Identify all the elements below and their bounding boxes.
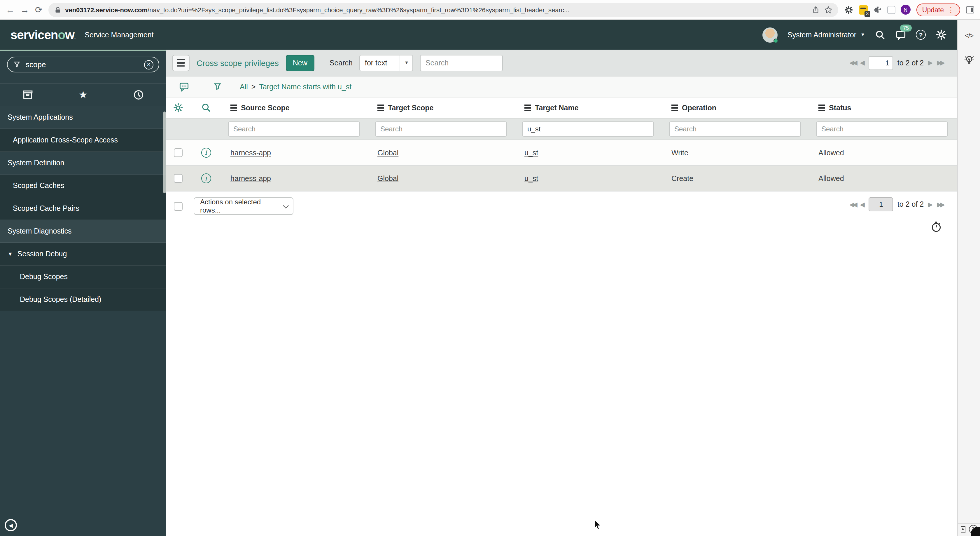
tab-favorites[interactable]: ★ xyxy=(56,83,111,106)
tab-all-applications[interactable] xyxy=(0,83,56,106)
sidebar-item-system-diagnostics[interactable]: System Diagnostics xyxy=(0,220,166,243)
navigator-filter-input[interactable]: scope × xyxy=(7,57,159,72)
response-time-stopwatch-icon[interactable] xyxy=(931,221,942,235)
sidebar-item-system-applications[interactable]: System Applications xyxy=(0,106,166,129)
new-button[interactable]: New xyxy=(286,54,314,71)
page-number-input[interactable] xyxy=(869,56,893,70)
prev-page-icon[interactable]: ◀ xyxy=(860,59,865,67)
target-scope-link[interactable]: Global xyxy=(377,148,398,157)
share-icon[interactable] xyxy=(812,6,819,14)
global-search-icon[interactable] xyxy=(875,29,886,40)
column-menu-icon xyxy=(231,105,237,111)
sidebar-item-system-definition[interactable]: System Definition xyxy=(0,152,166,175)
filter-source-scope-input[interactable] xyxy=(228,121,360,137)
breadcrumb: All > Target Name starts with u_st xyxy=(240,83,352,91)
sidebar-scrollbar[interactable] xyxy=(163,112,165,193)
browser-update-button[interactable]: Update ⋮ xyxy=(916,3,960,16)
column-search-toggle-icon[interactable] xyxy=(189,103,222,113)
lightbulb-icon[interactable] xyxy=(963,55,974,66)
sidebar-item-debug-scopes-detailed[interactable]: Debug Scopes (Detailed) xyxy=(0,289,166,311)
row-checkbox[interactable] xyxy=(173,174,182,183)
pinwheel-extension-icon[interactable] xyxy=(844,5,853,14)
sidebar-item-scoped-caches[interactable]: Scoped Caches xyxy=(0,175,166,197)
next-page-icon[interactable]: ▶ xyxy=(928,59,933,67)
list-chat-icon[interactable] xyxy=(172,82,196,92)
target-name-link[interactable]: u_st xyxy=(524,174,538,182)
tab-history[interactable] xyxy=(111,83,166,106)
url-text: ven03172.service-now.com/nav_to.do?uri=%… xyxy=(65,6,570,13)
browser-back-icon[interactable]: ← xyxy=(6,5,14,14)
yellow-extension-icon[interactable]: 3 xyxy=(859,5,868,14)
filter-target-scope-input[interactable] xyxy=(375,121,507,137)
list-title[interactable]: Cross scope privileges xyxy=(197,58,279,67)
puzzle-extensions-icon[interactable] xyxy=(873,5,882,14)
user-menu[interactable]: System Administrator ▼ xyxy=(788,31,865,39)
settings-gear-icon[interactable] xyxy=(935,29,947,40)
utility-sidebar: </> ? xyxy=(957,20,980,536)
breadcrumb-separator: > xyxy=(251,83,256,91)
column-header-target-name[interactable]: Target Name xyxy=(516,104,663,112)
help-icon[interactable]: ? xyxy=(916,30,926,40)
target-scope-link[interactable]: Global xyxy=(377,174,398,182)
online-status-dot xyxy=(773,38,778,43)
top-pagination: ◀◀ ◀ to 2 of 2 ▶ ▶▶ xyxy=(850,56,943,70)
clear-filter-icon[interactable]: × xyxy=(144,60,153,69)
notification-count-badge: 75 xyxy=(900,24,912,31)
list-settings-gear-icon[interactable] xyxy=(166,103,189,113)
filter-builder-icon[interactable] xyxy=(201,82,234,91)
target-name-link[interactable]: u_st xyxy=(524,148,538,157)
browser-menu-icon[interactable]: ⋮ xyxy=(947,6,955,14)
source-scope-link[interactable]: harness-app xyxy=(231,148,271,157)
prev-page-icon[interactable]: ◀ xyxy=(860,201,865,208)
user-avatar[interactable] xyxy=(762,27,778,42)
column-header-source-scope[interactable]: Source Scope xyxy=(222,104,369,112)
navigator-filter-value: scope xyxy=(25,60,139,69)
servicenow-logo[interactable]: servicenow. xyxy=(11,28,75,42)
breadcrumb-all-link[interactable]: All xyxy=(240,83,248,91)
record-preview-icon[interactable]: i xyxy=(201,174,211,183)
side-panel-icon[interactable] xyxy=(966,6,974,13)
search-type-select[interactable]: for text ▼ xyxy=(360,54,413,71)
first-page-icon[interactable]: ◀◀ xyxy=(850,201,856,208)
sidebar-item-session-debug[interactable]: ▼ Session Debug xyxy=(0,243,166,266)
screen: ← → ⟳ ven03172.service-now.com/nav_to.do… xyxy=(0,0,980,536)
filter-target-name-input[interactable] xyxy=(522,121,654,137)
collapse-sidebar-button[interactable]: ◀ xyxy=(5,519,17,531)
last-page-icon[interactable]: ▶▶ xyxy=(937,201,943,208)
breadcrumb-filter-link[interactable]: Target Name starts with u_st xyxy=(259,83,352,91)
column-header-operation[interactable]: Operation xyxy=(663,104,810,112)
conversations-icon[interactable]: 75 xyxy=(896,29,906,40)
list-search-input[interactable] xyxy=(420,54,503,71)
row-checkbox[interactable] xyxy=(173,148,182,157)
extension-badge: 3 xyxy=(864,11,870,17)
application-navigator: scope × ★ System Applic xyxy=(0,49,166,536)
first-page-icon[interactable]: ◀◀ xyxy=(850,59,856,67)
blank-extension-icon[interactable] xyxy=(887,6,896,14)
page-number-input[interactable] xyxy=(869,197,893,211)
filter-operation-input[interactable] xyxy=(669,121,801,137)
select-all-checkbox[interactable] xyxy=(173,202,182,211)
sidebar-item-debug-scopes[interactable]: Debug Scopes xyxy=(0,266,166,289)
scroll-indicator-icon[interactable] xyxy=(961,526,965,533)
list-context-menu-button[interactable] xyxy=(172,54,189,71)
column-header-target-scope[interactable]: Target Scope xyxy=(369,104,516,112)
address-bar[interactable]: ven03172.service-now.com/nav_to.do?uri=%… xyxy=(48,3,838,17)
column-menu-icon xyxy=(818,105,825,111)
browser-profile-avatar[interactable]: N xyxy=(900,5,911,14)
column-header-status[interactable]: Status xyxy=(810,104,957,112)
code-xml-icon[interactable]: </> xyxy=(965,32,973,40)
last-page-icon[interactable]: ▶▶ xyxy=(937,59,943,67)
browser-forward-icon[interactable]: → xyxy=(21,5,29,14)
lock-icon xyxy=(54,6,61,13)
star-icon: ★ xyxy=(79,88,88,101)
sidebar-item-application-cross-scope-access[interactable]: Application Cross-Scope Access xyxy=(0,129,166,152)
filter-status-input[interactable] xyxy=(816,121,948,137)
sidebar-item-scoped-cache-pairs[interactable]: Scoped Cache Pairs xyxy=(0,197,166,220)
record-preview-icon[interactable]: i xyxy=(201,148,211,158)
next-page-icon[interactable]: ▶ xyxy=(928,201,933,208)
operation-cell: Create xyxy=(663,174,810,182)
actions-on-selected-rows-select[interactable]: Actions on selected rows... xyxy=(194,197,293,215)
source-scope-link[interactable]: harness-app xyxy=(231,174,271,182)
bookmark-star-icon[interactable] xyxy=(824,6,832,14)
browser-reload-icon[interactable]: ⟳ xyxy=(35,5,42,14)
